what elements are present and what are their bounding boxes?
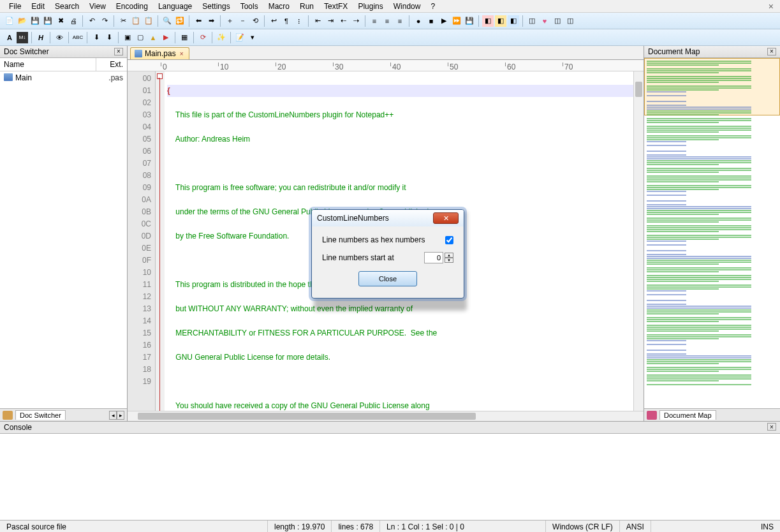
plugin6-icon[interactable]: ◫ (552, 15, 563, 27)
cut-icon[interactable]: ✂ (117, 15, 129, 27)
dialog-close-icon[interactable]: ✕ (433, 212, 459, 224)
outdent-icon[interactable]: ⇠ (337, 15, 349, 27)
a-icon[interactable]: A (4, 32, 15, 43)
indent-icon[interactable]: ⇢ (350, 15, 362, 27)
menu-plugins[interactable]: Plugins (353, 1, 388, 12)
doc-switcher-tab[interactable]: Doc Switcher (15, 410, 66, 420)
menu-tools[interactable]: Tools (235, 1, 263, 12)
abc-icon[interactable]: ABC (72, 32, 84, 43)
doc-map-close-icon[interactable]: × (767, 48, 776, 55)
down2-icon[interactable]: ⬇ (103, 32, 115, 43)
right-tri-icon[interactable]: ▶ (160, 32, 172, 43)
menu-help[interactable]: ? (425, 1, 440, 12)
doc-switcher-tab-icon[interactable] (3, 411, 13, 420)
col-name[interactable]: Name (0, 58, 96, 71)
doc-map-canvas[interactable] (644, 58, 780, 408)
nav-fwd-icon[interactable]: ➡ (205, 15, 217, 27)
align-l-icon[interactable]: ≡ (369, 15, 380, 27)
dropdown-icon[interactable]: ▾ (247, 32, 258, 43)
menu-textfx[interactable]: TextFX (319, 1, 353, 12)
plugin5-icon[interactable]: ♥ (539, 15, 550, 27)
note-icon[interactable]: 📝 (234, 32, 246, 43)
menu-macro[interactable]: Macro (263, 1, 295, 12)
plugin7-icon[interactable]: ◫ (564, 15, 576, 27)
down1-icon[interactable]: ⬇ (91, 32, 102, 43)
fold-toggle-icon[interactable] (157, 73, 163, 79)
zoom-out-icon[interactable]: － (237, 15, 248, 27)
wrap-icon[interactable]: ↩ (268, 15, 279, 27)
find-icon[interactable]: 🔍 (161, 15, 173, 27)
unfold-icon[interactable]: ▢ (135, 32, 146, 43)
indent-left-icon[interactable]: ⇤ (312, 15, 323, 27)
menu-settings[interactable]: Settings (197, 1, 235, 12)
save-all-icon[interactable]: 💾 (42, 15, 54, 27)
menu-edit[interactable]: Edit (26, 1, 50, 12)
zoom-in-icon[interactable]: ＋ (224, 15, 235, 27)
new-file-icon[interactable]: 📄 (4, 15, 15, 27)
plugin1-icon[interactable]: ◧ (482, 15, 494, 27)
up-tri-icon[interactable]: ▲ (147, 32, 159, 43)
menu-run[interactable]: Run (295, 1, 319, 12)
indent-right-icon[interactable]: ⇥ (325, 15, 336, 27)
doc-switcher-close-icon[interactable]: × (114, 48, 123, 55)
start-at-input[interactable] (424, 252, 443, 263)
replace-icon[interactable]: 🔁 (174, 15, 186, 27)
copy-icon[interactable]: 📋 (130, 15, 142, 27)
fold-column[interactable] (156, 71, 165, 411)
doc-map-tab-icon[interactable] (647, 411, 657, 420)
record-macro-icon[interactable]: ● (413, 15, 424, 27)
stop-macro-icon[interactable]: ■ (425, 15, 437, 27)
print-icon[interactable]: 🖨 (68, 15, 79, 27)
window-close-icon[interactable]: × (766, 1, 776, 11)
fold-icon[interactable]: ▣ (122, 32, 133, 43)
dialog-title-text: CustomLineNumbers (317, 214, 389, 223)
col-ext[interactable]: Ext. (96, 58, 127, 71)
save-macro-icon[interactable]: 💾 (464, 15, 475, 27)
reload-icon[interactable]: ⟳ (197, 32, 209, 43)
menu-view[interactable]: View (84, 1, 111, 12)
save-icon[interactable]: 💾 (29, 15, 41, 27)
tab-bar: Main.pas × (128, 46, 644, 60)
menu-file[interactable]: File (4, 1, 26, 12)
vertical-scrollbar[interactable] (633, 71, 644, 411)
show-all-icon[interactable]: ¶ (281, 15, 292, 27)
menu-window[interactable]: Window (388, 1, 426, 12)
indent-guide-icon[interactable]: ⫶ (293, 15, 305, 27)
console-body[interactable] (0, 434, 780, 520)
grid-icon[interactable]: ▦ (179, 32, 190, 43)
run-multi-icon[interactable]: ⏩ (451, 15, 462, 27)
horizontal-scrollbar[interactable] (128, 411, 644, 421)
menu-language[interactable]: Language (153, 1, 197, 12)
undo-icon[interactable]: ↶ (86, 15, 98, 27)
sync-icon[interactable]: ⟲ (249, 15, 261, 27)
menu-encoding[interactable]: Encoding (111, 1, 153, 12)
doc-map-tab[interactable]: Document Map (659, 410, 716, 420)
doc-row[interactable]: Main .pas (0, 71, 127, 84)
menu-search[interactable]: Search (50, 1, 84, 12)
spin-up-icon[interactable]: ▲ (445, 253, 453, 258)
dialog-titlebar[interactable]: CustomLineNumbers ✕ (312, 210, 464, 226)
plugin2-icon[interactable]: ◧ (495, 15, 506, 27)
plugin3-icon[interactable]: ◧ (508, 15, 519, 27)
console-close-icon[interactable]: × (767, 423, 776, 431)
spin-left-icon[interactable]: ◂ (109, 411, 117, 420)
wand-icon[interactable]: ✨ (216, 32, 227, 43)
tab-main-pas[interactable]: Main.pas × (130, 47, 189, 59)
close-button[interactable]: Close (358, 271, 417, 286)
align-r-icon[interactable]: ≡ (394, 15, 406, 27)
md-icon[interactable]: M↓ (17, 32, 28, 43)
open-file-icon[interactable]: 📂 (17, 15, 28, 27)
play-macro-icon[interactable]: ▶ (438, 15, 450, 27)
plugin4-icon[interactable]: ◫ (526, 15, 538, 27)
close-icon[interactable]: ✖ (55, 15, 66, 27)
spin-right-icon[interactable]: ▸ (117, 411, 124, 420)
tab-close-icon[interactable]: × (179, 50, 185, 57)
redo-icon[interactable]: ↷ (99, 15, 110, 27)
eye-icon[interactable]: 👁 (54, 32, 65, 43)
align-c-icon[interactable]: ≡ (381, 15, 393, 27)
paste-icon[interactable]: 📋 (143, 15, 154, 27)
spin-down-icon[interactable]: ▼ (445, 258, 453, 263)
nav-back-icon[interactable]: ⬅ (193, 15, 204, 27)
hex-option-checkbox[interactable] (445, 236, 453, 244)
h-icon[interactable]: H (35, 32, 47, 43)
